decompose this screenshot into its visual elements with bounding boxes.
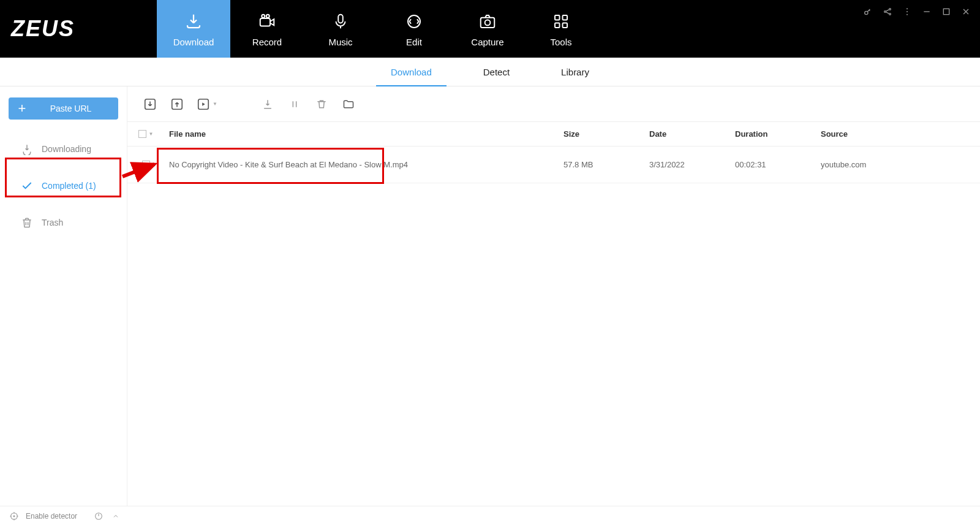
top-tabs: Download Record Music — [157, 0, 598, 58]
toolbar: ▼ — [127, 86, 980, 122]
svg-point-14 — [907, 8, 908, 9]
main-area: ▼ ▼ File name Size Date Dura — [127, 86, 980, 506]
app-logo: ZEUS — [0, 0, 157, 58]
power-icon[interactable] — [93, 511, 104, 522]
downloading-icon — [21, 143, 33, 155]
subtab-download[interactable]: Download — [376, 58, 447, 86]
tab-music[interactable]: Music — [304, 0, 377, 58]
svg-point-13 — [889, 13, 891, 15]
completed-icon — [21, 180, 33, 192]
header-source[interactable]: Source — [821, 129, 980, 139]
tool-download-icon[interactable] — [257, 94, 278, 115]
window-controls — [862, 6, 971, 17]
plus-icon: + — [9, 101, 36, 116]
svg-point-15 — [907, 11, 908, 12]
tab-edit-label: Edit — [406, 37, 422, 47]
tool-convert-icon[interactable]: ▼ — [194, 94, 221, 115]
cell-filename: No Copyright Video - Kite & Surf Beach a… — [164, 160, 564, 169]
dropdown-caret-icon: ▼ — [213, 101, 217, 107]
svg-rect-4 — [481, 17, 495, 27]
share-icon[interactable] — [882, 6, 893, 17]
tab-edit[interactable]: Edit — [377, 0, 451, 58]
paste-url-button[interactable]: + Paste URL — [9, 97, 118, 120]
svg-rect-9 — [563, 23, 568, 28]
svg-point-22 — [13, 516, 15, 517]
tab-download[interactable]: Download — [157, 0, 230, 58]
tab-download-label: Download — [173, 37, 214, 47]
svg-point-11 — [884, 11, 886, 13]
tab-capture-label: Capture — [471, 37, 503, 47]
key-icon[interactable] — [862, 6, 873, 17]
maximize-icon[interactable] — [941, 6, 952, 17]
tab-capture[interactable]: Capture — [451, 0, 524, 58]
sidebar: + Paste URL Downloading Completed (1) Tr… — [0, 86, 127, 506]
sidebar-completed-label: Completed (1) — [42, 181, 96, 191]
subtab-detect[interactable]: Detect — [469, 58, 524, 86]
tab-tools[interactable]: Tools — [524, 0, 598, 58]
body-area: + Paste URL Downloading Completed (1) Tr… — [0, 86, 980, 506]
edit-icon — [404, 11, 424, 32]
table-row[interactable]: No Copyright Video - Kite & Surf Beach a… — [127, 147, 980, 183]
tool-delete-icon[interactable] — [311, 94, 332, 115]
sidebar-downloading-label: Downloading — [42, 144, 91, 154]
detector-target-icon[interactable] — [9, 511, 20, 522]
status-bar: Enable detector — [0, 506, 980, 526]
header-date[interactable]: Date — [649, 129, 735, 139]
titlebar: ZEUS Download Record — [0, 0, 980, 58]
cell-source: youtube.com — [821, 160, 980, 169]
sidebar-item-trash[interactable]: Trash — [0, 204, 127, 241]
row-checkbox[interactable] — [127, 161, 164, 169]
tools-icon — [551, 11, 571, 32]
chevron-up-icon[interactable] — [110, 511, 121, 522]
sidebar-item-downloading[interactable]: Downloading — [0, 131, 127, 167]
paste-url-label: Paste URL — [36, 104, 118, 113]
select-all[interactable]: ▼ — [127, 130, 164, 138]
capture-icon — [477, 11, 498, 32]
record-icon — [257, 11, 277, 32]
close-icon[interactable] — [960, 6, 971, 17]
svg-rect-17 — [943, 9, 949, 14]
svg-point-2 — [266, 14, 270, 17]
minimize-icon[interactable] — [921, 6, 932, 17]
download-icon — [183, 11, 204, 32]
sidebar-item-completed[interactable]: Completed (1) — [0, 167, 127, 204]
header-duration[interactable]: Duration — [735, 129, 821, 139]
tool-up-arrow-box-icon[interactable] — [167, 94, 187, 115]
music-icon — [330, 11, 351, 32]
svg-rect-7 — [563, 15, 568, 20]
cell-size: 57.8 MB — [564, 160, 649, 169]
cell-date: 3/31/2022 — [649, 160, 735, 169]
svg-point-1 — [262, 14, 265, 17]
trash-icon — [21, 216, 33, 229]
svg-point-12 — [889, 9, 891, 10]
svg-rect-6 — [555, 15, 560, 20]
tab-record[interactable]: Record — [230, 0, 304, 58]
svg-rect-3 — [338, 14, 343, 23]
svg-rect-0 — [260, 18, 270, 26]
checkbox-icon — [138, 130, 146, 138]
cell-duration: 00:02:31 — [735, 160, 821, 169]
tab-record-label: Record — [252, 37, 282, 47]
status-enable-detector[interactable]: Enable detector — [26, 512, 77, 520]
tool-pause-icon[interactable] — [284, 94, 305, 115]
tool-folder-icon[interactable] — [338, 94, 359, 115]
checkbox-icon — [142, 161, 150, 169]
svg-point-10 — [865, 11, 868, 14]
table-header: ▼ File name Size Date Duration Source — [127, 122, 980, 147]
svg-rect-8 — [555, 23, 560, 28]
menu-icon[interactable] — [902, 6, 913, 17]
caret-down-icon: ▼ — [149, 131, 154, 137]
svg-point-5 — [485, 20, 491, 25]
header-filename[interactable]: File name — [164, 129, 564, 139]
header-size[interactable]: Size — [564, 129, 649, 139]
sub-tabs: Download Detect Library — [0, 58, 980, 86]
subtab-library[interactable]: Library — [546, 58, 604, 86]
tool-down-arrow-box-icon[interactable] — [140, 94, 160, 115]
sidebar-trash-label: Trash — [42, 218, 63, 227]
tab-tools-label: Tools — [550, 37, 571, 47]
svg-point-16 — [907, 14, 908, 15]
tab-music-label: Music — [328, 37, 352, 47]
